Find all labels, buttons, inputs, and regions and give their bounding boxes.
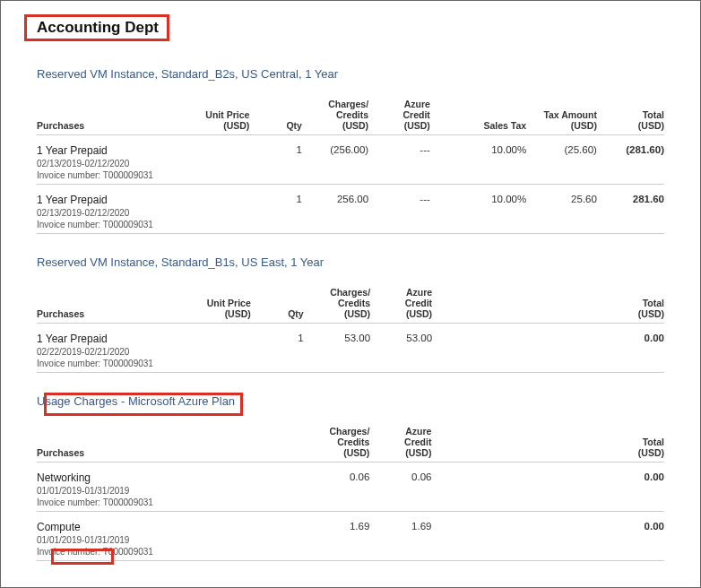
purchase-name: Compute	[37, 521, 81, 533]
cell: (25.60)	[532, 135, 602, 185]
table-row: Compute01/01/2019-01/31/2019Invoice numb…	[37, 512, 664, 561]
cell	[185, 185, 255, 234]
cell: 53.00	[376, 324, 437, 373]
col-header	[437, 422, 532, 463]
invoice-number: Invoice number: T000009031	[37, 220, 179, 229]
cell: 0.06	[308, 463, 375, 512]
col-header	[533, 283, 603, 324]
table-row: Networking01/01/2019-01/31/2019Invoice n…	[37, 463, 664, 512]
date-range: 01/01/2019-01/31/2019	[37, 535, 181, 545]
col-header: Tax Amount(USD)	[532, 95, 602, 135]
cell: 1	[256, 324, 309, 373]
col-header: Purchases	[37, 422, 186, 463]
col-header: Total(USD)	[602, 422, 664, 463]
invoice-number: Invoice number: T000009031	[37, 170, 179, 180]
col-header: Unit Price(USD)	[186, 283, 256, 324]
charges-table: PurchasesUnit Price(USD)QtyCharges/Credi…	[37, 95, 664, 234]
invoice-number: Invoice number: T000009031	[37, 497, 181, 507]
cell: 10.00%	[436, 135, 532, 185]
col-header: Total(USD)	[602, 95, 664, 135]
cell: 1 Year Prepaid02/13/2019-02/12/2020Invoi…	[37, 135, 185, 185]
invoice-number: Invoice number: T000009031	[37, 359, 180, 368]
purchase-name: Networking	[37, 471, 91, 484]
section-heading: Usage Charges - Microsoft Azure Plan	[37, 394, 664, 408]
table-row: 1 Year Prepaid02/13/2019-02/12/2020Invoi…	[37, 135, 664, 185]
col-header: Qty	[256, 283, 309, 324]
cell: 0.00	[602, 324, 664, 373]
cell: 1 Year Prepaid02/22/2019-02/21/2020Invoi…	[37, 324, 186, 373]
col-header: Unit Price(USD)	[185, 95, 255, 135]
date-range: 01/01/2019-01/31/2019	[37, 486, 181, 496]
date-range: 02/13/2019-02/12/2020	[37, 208, 179, 218]
cell	[255, 463, 307, 512]
col-header: AzureCredit(USD)	[376, 283, 437, 324]
purchase-name: 1 Year Prepaid	[37, 194, 108, 206]
col-header: Purchases	[37, 95, 185, 135]
col-header: Charges/Credits(USD)	[308, 422, 375, 463]
charges-table: PurchasesCharges/Credits(USD)AzureCredit…	[37, 422, 664, 561]
purchase-name: 1 Year Prepaid	[37, 333, 108, 345]
cell: 10.00%	[436, 185, 532, 234]
cell	[186, 324, 256, 373]
cell: 1.69	[308, 512, 375, 561]
cell	[532, 463, 602, 512]
cell	[186, 463, 256, 512]
col-header: Charges/Credits(USD)	[309, 283, 376, 324]
cell: 256.00	[307, 185, 374, 234]
purchase-name: 1 Year Prepaid	[37, 144, 108, 157]
cell	[186, 512, 256, 561]
cell	[532, 512, 602, 561]
cell: (281.60)	[602, 135, 664, 185]
cell: Networking01/01/2019-01/31/2019Invoice n…	[37, 463, 186, 512]
cell: 25.60	[532, 185, 602, 234]
col-header	[255, 422, 307, 463]
table-row: 1 Year Prepaid02/22/2019-02/21/2020Invoi…	[37, 324, 664, 373]
cell	[437, 463, 532, 512]
cell	[185, 135, 255, 185]
cell	[533, 324, 603, 373]
col-header: Charges/Credits(USD)	[307, 95, 374, 135]
col-header: Qty	[255, 95, 307, 135]
cell: 1.69	[375, 512, 437, 561]
col-header	[186, 422, 256, 463]
cell: 53.00	[309, 324, 376, 373]
cell	[255, 512, 307, 561]
col-header: Purchases	[37, 283, 186, 324]
col-header: Total(USD)	[602, 283, 664, 324]
cell: ---	[374, 185, 436, 234]
table-row: 1 Year Prepaid02/13/2019-02/12/2020Invoi…	[37, 185, 664, 234]
invoice-number: Invoice number: T000009031	[37, 547, 181, 557]
cell: ---	[374, 135, 436, 185]
page-title: Accounting Dept	[37, 19, 159, 37]
cell: 0.00	[602, 463, 664, 512]
cell: 1 Year Prepaid02/13/2019-02/12/2020Invoi…	[37, 185, 185, 234]
cell: 1	[255, 135, 307, 185]
cell: 0.06	[375, 463, 437, 512]
cell: (256.00)	[307, 135, 374, 185]
cell	[437, 324, 533, 373]
cell: Compute01/01/2019-01/31/2019Invoice numb…	[37, 512, 186, 561]
section-heading: Reserved VM Instance, Standard_B1s, US E…	[37, 255, 664, 269]
date-range: 02/22/2019-02/21/2020	[37, 347, 180, 357]
col-header	[437, 283, 533, 324]
col-header: Sales Tax	[436, 95, 532, 135]
cell: 281.60	[602, 185, 664, 234]
date-range: 02/13/2019-02/12/2020	[37, 159, 179, 169]
col-header: AzureCredit(USD)	[374, 95, 436, 135]
col-header: AzureCredit(USD)	[375, 422, 437, 463]
cell: 0.00	[602, 512, 664, 561]
charges-table: PurchasesUnit Price(USD)QtyCharges/Credi…	[37, 283, 664, 373]
section-heading: Reserved VM Instance, Standard_B2s, US C…	[37, 67, 664, 81]
cell: 1	[255, 185, 307, 234]
col-header	[532, 422, 602, 463]
cell	[437, 512, 532, 561]
